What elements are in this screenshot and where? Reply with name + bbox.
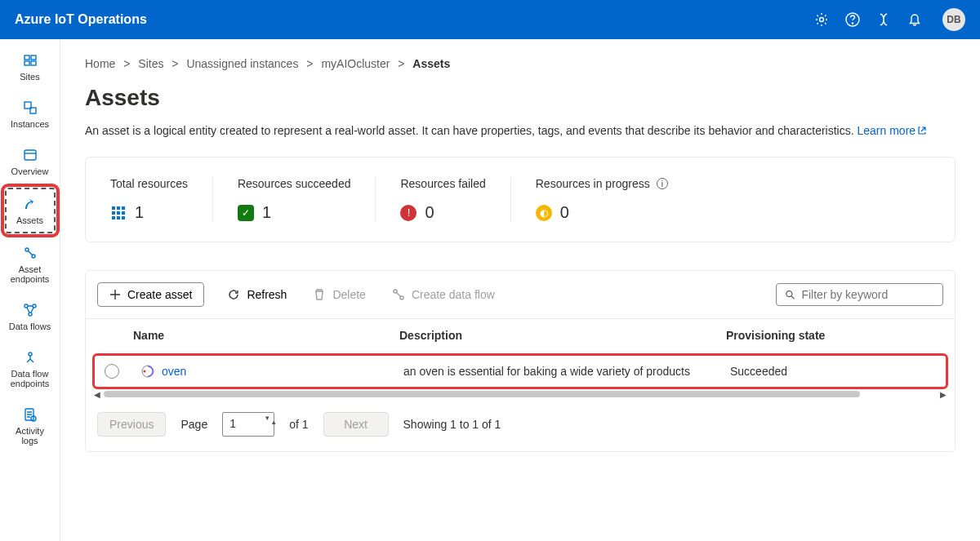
assets-icon	[22, 196, 38, 212]
breadcrumb-separator: >	[306, 57, 313, 70]
sidebar-item-assets[interactable]: Assets	[5, 188, 56, 233]
dataflow-icon	[392, 288, 405, 301]
svg-rect-9	[24, 150, 36, 160]
failed-icon: !	[400, 205, 416, 221]
svg-rect-26	[122, 216, 125, 220]
sidebar-item-activity-logs[interactable]: Activity logs	[5, 400, 56, 452]
svg-rect-20	[122, 206, 125, 210]
svg-point-31	[144, 370, 146, 373]
page-title: Assets	[85, 85, 956, 111]
sidebar-item-label: Sites	[20, 72, 39, 82]
breadcrumb-item[interactable]: Sites	[138, 57, 163, 70]
copilot-icon[interactable]	[875, 11, 892, 28]
plus-icon	[109, 289, 121, 300]
scroll-thumb[interactable]	[104, 391, 860, 397]
table-row-highlight: oven an oven is essential for baking a w…	[92, 353, 948, 389]
trash-icon	[313, 288, 326, 301]
app-title: Azure IoT Operations	[15, 12, 813, 27]
info-icon[interactable]: i	[657, 178, 668, 189]
sidebar-item-data-flows[interactable]: Data flows	[5, 295, 56, 338]
create-asset-button[interactable]: Create asset	[97, 282, 204, 307]
app-header: Azure IoT Operations DB	[0, 0, 980, 39]
refresh-button[interactable]: Refresh	[224, 283, 290, 306]
overview-icon	[22, 147, 38, 163]
stat-label: Resources failed	[400, 177, 485, 190]
horizontal-scrollbar[interactable]: ◀ ▶	[86, 392, 955, 401]
settings-icon[interactable]	[813, 11, 830, 28]
breadcrumb-separator: >	[172, 57, 178, 70]
svg-point-15	[29, 353, 32, 356]
svg-rect-21	[112, 211, 115, 215]
of-label: of 1	[289, 418, 308, 431]
sidebar-item-data-flow-endpoints[interactable]: Data flow endpoints	[5, 343, 56, 395]
svg-rect-18	[112, 206, 115, 210]
breadcrumb-item[interactable]: myAIOcluster	[321, 57, 390, 70]
help-icon[interactable]	[844, 11, 861, 28]
refresh-icon	[227, 288, 240, 301]
pagination: Previous Page 1 ▲▼ of 1 Next Showing 1 t…	[86, 401, 955, 451]
user-avatar[interactable]: DB	[942, 8, 965, 31]
sidebar-item-label: Asset endpoints	[7, 264, 54, 284]
stat-succeeded: Resources succeeded ✓ 1	[213, 177, 376, 222]
total-icon	[110, 205, 127, 221]
row-select-radio[interactable]	[105, 364, 119, 379]
activity-logs-icon	[22, 406, 38, 423]
svg-rect-25	[117, 216, 120, 220]
col-description[interactable]: Description	[399, 329, 726, 342]
main-content: Home > Sites > Unassigned instances > my…	[60, 39, 980, 541]
breadcrumb-item[interactable]: Home	[85, 57, 115, 70]
breadcrumb-item[interactable]: Unassigned instances	[186, 57, 298, 70]
filter-input-wrap[interactable]	[776, 283, 943, 306]
instances-icon	[22, 100, 38, 116]
stat-failed: Resources failed ! 0	[376, 177, 510, 222]
asset-name-link[interactable]: oven	[162, 365, 186, 378]
previous-button: Previous	[97, 412, 166, 437]
stat-total: Total resources 1	[86, 177, 213, 222]
success-icon: ✓	[238, 205, 254, 221]
create-data-flow-button: Create data flow	[389, 283, 498, 306]
row-state: Succeeded	[730, 365, 939, 378]
sidebar-item-label: Instances	[11, 119, 49, 129]
breadcrumb: Home > Sites > Unassigned instances > my…	[85, 57, 956, 70]
sidebar-item-sites[interactable]: Sites	[5, 46, 56, 88]
svg-rect-5	[24, 61, 29, 65]
table-row[interactable]: oven an oven is essential for baking a w…	[95, 356, 946, 387]
col-name[interactable]: Name	[130, 329, 399, 342]
col-state[interactable]: Provisioning state	[726, 329, 943, 342]
svg-point-11	[32, 255, 35, 258]
scroll-left-icon[interactable]: ◀	[94, 390, 100, 399]
notifications-icon[interactable]	[906, 11, 923, 28]
sidebar-item-instances[interactable]: Instances	[5, 93, 56, 135]
sidebar-item-label: Assets	[16, 215, 43, 225]
stat-inprogress: Resources in progress i ◐ 0	[511, 177, 693, 222]
data-flows-icon	[22, 302, 38, 318]
svg-rect-6	[31, 61, 36, 65]
sidebar-item-label: Data flow endpoints	[7, 369, 54, 388]
sidebar-item-label: Overview	[11, 166, 49, 176]
asset-icon	[140, 364, 155, 379]
svg-point-27	[394, 290, 397, 293]
sidebar-item-asset-endpoints[interactable]: Asset endpoints	[5, 238, 56, 290]
page-number-input[interactable]: 1 ▲▼	[222, 412, 274, 437]
stat-value: 1	[135, 203, 144, 222]
svg-point-10	[25, 248, 29, 251]
svg-rect-3	[24, 55, 29, 60]
learn-more-link[interactable]: Learn more	[858, 124, 928, 137]
next-button: Next	[323, 412, 389, 437]
filter-input[interactable]	[801, 288, 934, 301]
svg-rect-22	[117, 211, 120, 215]
svg-point-14	[29, 313, 32, 316]
scroll-right-icon[interactable]: ▶	[940, 390, 947, 399]
svg-point-2	[852, 23, 853, 24]
stats-card: Total resources 1 Resources succeeded ✓ …	[85, 157, 956, 242]
page-stepper[interactable]: ▲▼	[264, 415, 270, 422]
page-label: Page	[180, 418, 207, 431]
svg-point-0	[820, 18, 824, 22]
svg-rect-4	[31, 55, 36, 60]
sidebar-item-overview[interactable]: Overview	[5, 140, 56, 183]
showing-label: Showing 1 to 1 of 1	[403, 418, 501, 431]
data-flow-endpoints-icon	[22, 349, 38, 366]
stat-value: 0	[425, 203, 434, 222]
breadcrumb-separator: >	[123, 57, 130, 70]
assets-table-card: Create asset Refresh Delete Create data …	[85, 270, 956, 452]
